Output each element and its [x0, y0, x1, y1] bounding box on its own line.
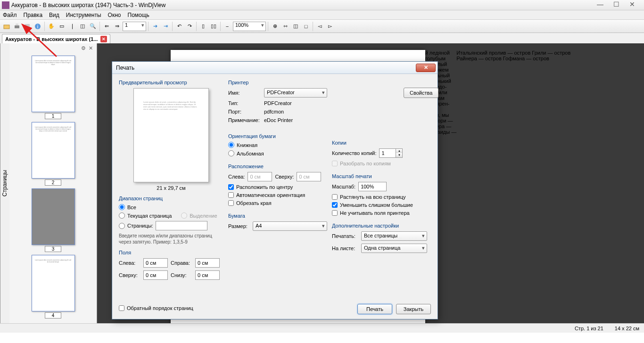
thumb-1[interactable]: Lorem ipsum dolor sit amet consectetur a…: [32, 56, 75, 119]
tab-close-icon[interactable]: ✕: [100, 36, 107, 42]
menubar: Файл Правка Вид Инструменты Окно Помощь: [0, 10, 644, 20]
fit-page-icon[interactable]: ◫: [291, 22, 300, 31]
zoom-in-icon[interactable]: ⊕: [270, 22, 280, 31]
hand-icon[interactable]: ✋: [47, 22, 56, 31]
margin-bottom-input[interactable]: [195, 270, 220, 280]
print-icon[interactable]: [12, 22, 22, 31]
margin-left-input[interactable]: [143, 258, 168, 268]
actual-size-icon[interactable]: □: [301, 22, 311, 31]
text-select-icon[interactable]: ❘: [67, 22, 77, 31]
paper-size-combo[interactable]: A4: [253, 221, 327, 231]
menu-help[interactable]: Помощь: [128, 12, 149, 18]
scale-ignore[interactable]: Не учитывать поля принтера: [332, 210, 427, 216]
copies-spinner[interactable]: ▲▼: [379, 148, 403, 158]
range-pages-input[interactable]: [156, 221, 207, 230]
margins-group: Поля Слева:Справа: Сверху:Снизу:: [119, 250, 223, 283]
maximize-button[interactable]: ☐: [610, 2, 622, 8]
scale-fit[interactable]: Растянуть на всю страницу: [332, 194, 427, 200]
margin-top-input[interactable]: [143, 270, 168, 280]
gear-icon[interactable]: ⚙: [81, 45, 86, 53]
document-tab[interactable]: Аккуратов - В высоких широтах (1... ✕: [2, 34, 110, 43]
scale-shrink[interactable]: Уменьшить слишком большие: [332, 202, 427, 208]
print-preview: Lorem ipsum dolor sit amet, consectetur …: [133, 88, 209, 182]
status-size: 14 x 22 см: [615, 326, 639, 331]
printer-combo[interactable]: PDFCreator: [264, 88, 327, 98]
forward-icon[interactable]: ➔: [150, 22, 160, 31]
scale-group: Масштаб печати Масштаб: Растянуть на всю…: [332, 173, 427, 218]
dialog-close-icon[interactable]: ✕: [416, 64, 436, 72]
layout-crop[interactable]: Обрезать края: [228, 200, 327, 206]
statusbar: Стр. 1 из 21 14 x 22 см: [0, 323, 644, 333]
range-pages[interactable]: Страницы:: [119, 221, 223, 230]
rotate-ccw-icon[interactable]: ↶: [174, 22, 184, 31]
sidebar-title[interactable]: Страницы: [0, 43, 9, 323]
fit-width-icon[interactable]: ⇿: [281, 22, 290, 31]
info-icon[interactable]: i: [33, 22, 42, 31]
thumb-3[interactable]: 3: [32, 188, 75, 252]
page-combo[interactable]: 1: [123, 22, 146, 31]
range-selection: Выделение: [181, 212, 217, 219]
find-next-icon[interactable]: ▻: [325, 22, 335, 31]
range-title: Диапазон страниц: [119, 196, 223, 201]
menu-view[interactable]: Вид: [49, 12, 59, 18]
zoom-combo[interactable]: 100%: [233, 22, 266, 31]
layout-top-input[interactable]: [297, 172, 321, 181]
menu-tools[interactable]: Инструменты: [66, 12, 101, 18]
range-group: Диапазон страниц Все Текущая страница Вы…: [119, 196, 223, 245]
orientation-title: Ориентация бумаги: [228, 133, 327, 139]
paper-title: Бумага: [228, 213, 327, 219]
marquee-icon[interactable]: ◫: [78, 22, 87, 31]
preview-group: Предварительный просмотр Lorem ipsum dol…: [119, 80, 223, 191]
menu-edit[interactable]: Правка: [24, 12, 43, 18]
panel-close-icon[interactable]: ✕: [89, 45, 93, 53]
find-prev-icon[interactable]: ◅: [315, 22, 324, 31]
minimize-button[interactable]: —: [594, 2, 606, 8]
layout-auto[interactable]: Автоматическая ориентация: [228, 192, 327, 198]
printer-title: Принтер: [228, 80, 327, 85]
dialog-title: Печать: [114, 65, 416, 71]
tabbar: Аккуратов - В высоких широтах (1... ✕: [0, 33, 644, 43]
preview-title: Предварительный просмотр: [119, 80, 223, 85]
extra-print-combo[interactable]: Все страницы: [361, 231, 427, 241]
reverse-order[interactable]: Обратный порядок страниц: [119, 305, 193, 311]
extra-title: Дополнительные настройки: [332, 223, 427, 229]
layout2-icon[interactable]: ▯▯: [209, 22, 218, 31]
close-button[interactable]: Закрыть: [396, 304, 431, 314]
open-icon[interactable]: [2, 22, 11, 31]
close-button[interactable]: ✕: [626, 2, 638, 8]
status-page: Стр. 1 из 21: [575, 326, 603, 331]
scale-input[interactable]: [358, 182, 387, 191]
dialog-titlebar[interactable]: Печать ✕: [112, 62, 438, 74]
orientation-group: Ориентация бумаги Книжная Альбомная: [228, 133, 327, 159]
thumb-num: 1: [45, 113, 62, 119]
menu-window[interactable]: Окно: [108, 12, 121, 18]
last-icon[interactable]: ⇥: [161, 22, 170, 31]
select-icon[interactable]: ▭: [57, 22, 66, 31]
rotate-cw-icon[interactable]: ↷: [185, 22, 194, 31]
next-page-icon[interactable]: ⇒: [112, 22, 122, 31]
range-current[interactable]: Текущая страница: [119, 212, 172, 219]
titlebar: Аккуратов - В высоких широтах (1947) Час…: [0, 0, 644, 10]
margin-right-input[interactable]: [195, 258, 220, 268]
thumb-2[interactable]: Lorem ipsum dolor sit amet consectetur a…: [32, 122, 75, 186]
print-button[interactable]: Печать: [357, 304, 392, 314]
layout-left-input[interactable]: [248, 172, 272, 181]
range-all[interactable]: Все: [119, 204, 223, 210]
prev-page-icon[interactable]: ⇐: [102, 22, 111, 31]
range-hint: Введите номера и/или диапазоны страниц ч…: [119, 233, 223, 245]
thumb-num: 3: [45, 246, 62, 252]
copies-title: Копии: [332, 140, 427, 146]
magnify-icon[interactable]: 🔍: [88, 22, 98, 31]
thumb-4[interactable]: Lorem ipsum dolor sit amet consectetur a…: [32, 255, 75, 318]
zoom-out-icon[interactable]: −: [223, 22, 232, 31]
layout-center[interactable]: Расположить по центру: [228, 184, 327, 190]
save-icon: [23, 22, 32, 31]
layout1-icon[interactable]: ▯: [198, 22, 208, 31]
orient-landscape[interactable]: Альбомная: [228, 150, 327, 156]
page-text-bottom: Итальянский пролив — остров Грили — остр…: [456, 50, 570, 323]
orient-portrait[interactable]: Книжная: [228, 142, 327, 148]
extra-sheet-combo[interactable]: Одна страница: [361, 244, 427, 253]
menu-file[interactable]: Файл: [3, 12, 17, 18]
printer-props-button[interactable]: Свойства: [404, 88, 438, 98]
thumb-num: 4: [45, 312, 62, 318]
